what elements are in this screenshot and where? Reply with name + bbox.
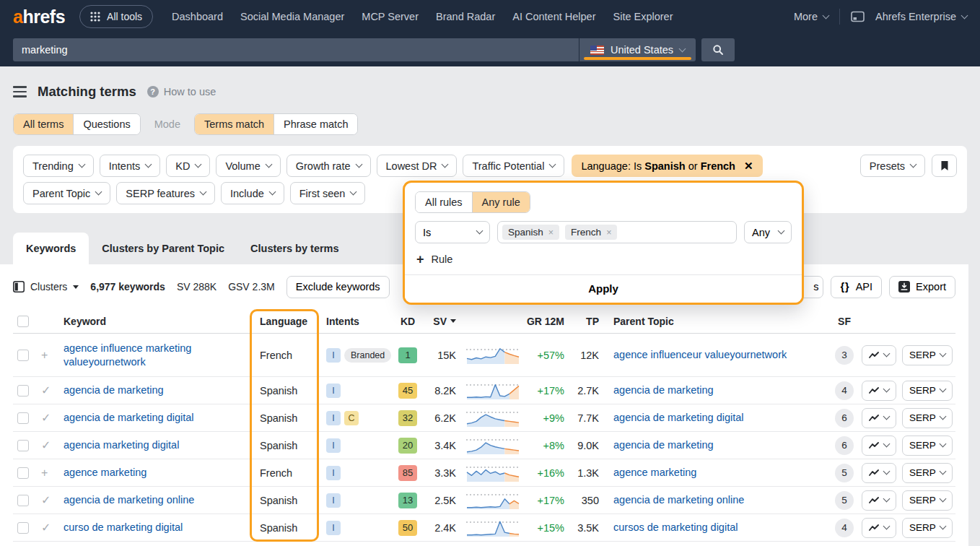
nav-item-social-media-manager[interactable]: Social Media Manager [240,11,344,22]
nav-item-ai-content-helper[interactable]: AI Content Helper [512,11,595,22]
keyword-link[interactable]: agence marketing [64,467,146,478]
add-icon[interactable]: + [35,349,64,362]
row-checkbox[interactable] [17,522,29,534]
serp-button[interactable]: SERP [902,463,953,483]
parent-topic-link[interactable]: agence influenceur valueyournetwork [613,349,787,360]
toggle-all-terms[interactable]: All terms [14,114,74,134]
col-keyword[interactable]: Keyword [64,316,250,327]
parent-topic-link[interactable]: agencia de marketing [613,439,714,451]
filter-first-seen[interactable]: First seen [290,182,366,204]
check-icon[interactable]: ✓ [35,493,64,507]
serp-button[interactable]: SERP [902,408,953,428]
nav-item-brand-radar[interactable]: Brand Radar [436,11,495,22]
rule-all-rules[interactable]: All rules [416,192,473,212]
trend-chart-button[interactable] [862,436,896,456]
search-input[interactable] [13,38,579,61]
filter-volume[interactable]: Volume [216,155,280,177]
col-sv[interactable]: SV [424,316,460,327]
serp-button[interactable]: SERP [902,381,953,401]
filter-kd[interactable]: KD [166,155,210,177]
toggle-terms-match[interactable]: Terms match [195,114,274,134]
more-menu[interactable]: More [794,11,828,22]
save-filters-button[interactable] [932,155,957,177]
rule-any-rule[interactable]: Any rule [473,192,530,212]
language-tags-input[interactable]: Spanish×French× [497,221,737,243]
match-mode-select[interactable]: Any [744,221,792,243]
menu-icon[interactable] [13,86,27,98]
row-checkbox[interactable] [17,385,29,396]
tab-clusters-by-terms[interactable]: Clusters by terms [237,233,352,264]
exclude-keywords-button[interactable]: Exclude keywords [286,276,390,298]
filter-trending[interactable]: Trending [23,155,94,177]
toggle-questions[interactable]: Questions [74,114,139,134]
presets-button[interactable]: Presets [860,155,925,177]
clusters-dropdown[interactable]: Clusters [13,281,79,292]
col-parent-topic[interactable]: Parent Topic [603,316,830,327]
parent-topic-link[interactable]: agencia de marketing [613,384,714,396]
row-checkbox[interactable] [17,495,29,506]
serp-button[interactable]: SERP [902,490,953,511]
serp-button[interactable]: SERP [902,345,953,365]
filter-serp-features[interactable]: SERP features [116,182,215,204]
toggle-phrase-match[interactable]: Phrase match [274,114,357,134]
col-sf[interactable]: SF [830,316,859,327]
nav-item-site-explorer[interactable]: Site Explorer [613,11,673,22]
parent-topic-link[interactable]: agencia de marketing online [613,494,744,506]
close-icon[interactable]: ✕ [744,160,753,171]
parent-topic-link[interactable]: agence marketing [613,467,696,478]
col-kd[interactable]: KD [391,316,424,327]
col-intents[interactable]: Intents [319,316,391,327]
trend-chart-button[interactable] [862,463,896,483]
all-tools-button[interactable]: All tools [79,5,153,28]
keyword-link[interactable]: agencia marketing digital [64,439,179,451]
filter-lowest-dr[interactable]: Lowest DR [377,155,458,177]
language-filter-pill[interactable]: Language: Is Spanish or French ✕ [572,155,762,177]
filter-parent-topic[interactable]: Parent Topic [23,182,110,204]
search-submit-button[interactable] [701,38,735,61]
trend-chart-button[interactable] [862,518,896,538]
ahrefs-logo[interactable]: ahrefs [13,6,65,27]
check-icon[interactable]: ✓ [35,411,64,425]
how-to-use-link[interactable]: ? How to use [147,86,216,98]
col-language[interactable]: Language [250,316,319,327]
trend-chart-button[interactable] [862,345,896,365]
serp-button[interactable]: SERP [902,518,953,538]
operator-select[interactable]: Is [415,221,490,243]
trend-chart-button[interactable] [862,408,896,428]
select-all-checkbox[interactable] [17,316,29,327]
filter-intents[interactable]: Intents [100,155,161,177]
remove-tag-icon[interactable]: × [548,228,554,238]
tab-clusters-by-parent-topic[interactable]: Clusters by Parent Topic [89,233,237,264]
api-button[interactable]: {}API [831,276,882,298]
col-tp[interactable]: TP [569,316,603,327]
nav-item-dashboard[interactable]: Dashboard [172,11,223,22]
check-icon[interactable]: ✓ [35,384,64,397]
add-icon[interactable]: + [35,467,64,480]
col-gr[interactable]: GR 12M [525,316,569,327]
serp-button[interactable]: SERP [902,436,953,456]
parent-topic-link[interactable]: agencia de marketing digital [613,412,744,423]
nav-item-mcp-server[interactable]: MCP Server [362,11,419,22]
remove-tag-icon[interactable]: × [606,228,611,238]
filter-growth-rate[interactable]: Growth rate [286,155,371,177]
filter-include[interactable]: Include [221,182,284,204]
row-checkbox[interactable] [17,350,29,361]
vertical-scrollbar[interactable] [968,309,980,546]
row-checkbox[interactable] [17,412,29,424]
keyword-link[interactable]: agencia de marketing digital [64,412,194,423]
row-checkbox[interactable] [17,440,29,451]
trend-chart-button[interactable] [862,490,896,511]
tab-keywords[interactable]: Keywords [13,233,89,264]
keyword-link[interactable]: curso de marketing digital [64,521,183,533]
trend-chart-button[interactable] [862,381,896,401]
parent-topic-link[interactable]: cursos de marketing digital [613,521,738,533]
display-icon[interactable] [851,11,865,22]
apply-button[interactable]: Apply [405,274,802,303]
keyword-link[interactable]: agencia de marketing online [64,494,194,506]
country-selector[interactable]: United States [579,38,696,61]
add-rule-button[interactable]: + Rule [416,253,467,266]
row-checkbox[interactable] [17,467,29,479]
check-icon[interactable]: ✓ [35,438,64,452]
filter-traffic-potential[interactable]: Traffic Potential [463,155,564,177]
keyword-link[interactable]: agence influence marketing valueyournetw… [64,342,191,368]
